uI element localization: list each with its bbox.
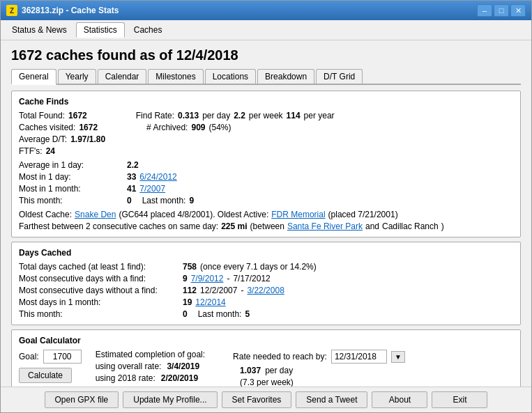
avg-in-day-label: Average in 1 day: xyxy=(19,160,123,170)
per-week-value: 2.2 xyxy=(234,111,245,120)
consec-find-date2: 7/17/2012 xyxy=(233,274,270,283)
subtab-calendar[interactable]: Calendar xyxy=(98,69,147,84)
close-button[interactable]: ✕ xyxy=(510,4,526,17)
oldest-active-name[interactable]: FDR Memorial xyxy=(271,210,325,219)
subtab-yearly[interactable]: Yearly xyxy=(58,69,96,84)
rate-needed-date-input[interactable] xyxy=(331,350,387,364)
completion-label: Estimated completion of goal: xyxy=(96,350,205,359)
days-cached-title: Days Cached xyxy=(19,248,513,258)
cache-finds-title: Cache Finds xyxy=(19,97,513,107)
archived-value: 909 xyxy=(191,123,205,132)
most-days-month-label: Most days in 1 month: xyxy=(19,297,179,307)
rate-needed-label: Rate needed to reach by: xyxy=(233,352,327,361)
subtab-breakdown[interactable]: Breakdown xyxy=(257,69,314,84)
exit-button[interactable]: Exit xyxy=(432,391,487,408)
farthest-park1[interactable]: Santa Fe River Park xyxy=(287,221,363,231)
avg-dt-value: 1.97/1.80 xyxy=(70,134,105,144)
archived-label: # Archived: xyxy=(146,123,188,132)
consec-no-find-value: 112 xyxy=(183,286,197,295)
calculate-button[interactable]: Calculate xyxy=(19,368,72,383)
goal-label: Goal: xyxy=(19,352,39,361)
minimize-button[interactable]: – xyxy=(477,4,492,17)
farthest-close: ) xyxy=(441,221,444,231)
subtab-locations[interactable]: Locations xyxy=(205,69,256,84)
maximize-button[interactable]: □ xyxy=(494,4,509,17)
most-in-month-label: Most in 1 month: xyxy=(19,184,123,194)
days-cached-panel: Days Cached Total days cached (at least … xyxy=(11,242,521,325)
goal-input[interactable] xyxy=(43,350,82,364)
most-in-month-value: 41 xyxy=(127,184,136,194)
find-rate-label: Find Rate: xyxy=(136,111,174,120)
this-month-finds-label: This month: xyxy=(19,196,123,205)
consec-find-dash: - xyxy=(227,274,229,283)
per-year-label: per year xyxy=(304,111,335,120)
archived-pct: (54%) xyxy=(208,123,231,132)
menu-bar: Status & News Statistics Caches xyxy=(1,20,531,40)
content-area: 1672 caches found as of 12/4/2018 Genera… xyxy=(1,40,531,387)
consec-no-find-dash: - xyxy=(241,286,243,295)
this-month-days-label: This month: xyxy=(19,309,179,319)
most-days-month-date[interactable]: 12/2014 xyxy=(195,297,225,307)
overall-rate-label: using overall rate: xyxy=(96,361,162,371)
last-month-days-value: 5 xyxy=(245,309,250,319)
rate-needed-per-day: per day xyxy=(265,366,293,375)
total-found-value: 1672 xyxy=(68,111,87,120)
about-button[interactable]: About xyxy=(372,391,427,408)
consec-no-find-date2[interactable]: 3/22/2008 xyxy=(247,286,284,295)
tab-statistics[interactable]: Statistics xyxy=(76,22,125,38)
most-in-day-value: 33 xyxy=(127,172,136,182)
rate-needed-per-week: (7.3 per week) xyxy=(240,377,405,387)
title-buttons: – □ ✕ xyxy=(477,4,526,17)
consec-find-value: 9 xyxy=(183,274,188,283)
total-days-label: Total days cached (at least 1 find): xyxy=(19,262,179,272)
open-gpx-button[interactable]: Open GPX file xyxy=(45,391,119,408)
last-month-days-label: Last month: xyxy=(198,309,242,319)
subtab-milestones[interactable]: Milestones xyxy=(148,69,203,84)
farthest-between: (between xyxy=(250,221,284,231)
oldest-cache-detail: (GC644 placed 4/8/2001). Oldest Active: xyxy=(119,210,268,219)
consec-no-find-label: Most consecutive days without a find: xyxy=(19,286,179,295)
avg-in-day-value: 2.2 xyxy=(127,160,139,170)
caches-visited-label: Caches visited: xyxy=(19,123,75,132)
set-favorites-button[interactable]: Set Favorites xyxy=(222,391,292,408)
main-window: Z 362813.zip - Cache Stats – □ ✕ Status … xyxy=(0,0,532,413)
total-days-detail: (once every 7.1 days or 14.2%) xyxy=(200,262,317,272)
total-found-label: Total Found: xyxy=(19,111,65,120)
send-tweet-button[interactable]: Send a Tweet xyxy=(296,391,367,408)
cache-finds-panel: Cache Finds Total Found: 1672 Find Rate:… xyxy=(11,91,521,237)
this-month-finds-value: 0 xyxy=(127,196,132,205)
most-in-month-date[interactable]: 7/2007 xyxy=(139,184,165,194)
avg-dt-label: Average D/T: xyxy=(19,134,67,144)
last-month-finds-value: 9 xyxy=(189,196,194,205)
per-year-value: 114 xyxy=(287,111,301,120)
total-days-value: 758 xyxy=(183,262,197,272)
farthest-park2: Cadillac Ranch xyxy=(382,221,439,231)
consec-find-label: Most consecutive days with a find: xyxy=(19,274,179,283)
dropdown-arrow-icon[interactable]: ▼ xyxy=(391,351,405,363)
window-title: 362813.zip - Cache Stats xyxy=(22,6,119,15)
this-month-days-value: 0 xyxy=(183,309,188,319)
subtab-dt-grid[interactable]: D/T Grid xyxy=(316,69,363,84)
most-in-day-date[interactable]: 6/24/2012 xyxy=(139,172,176,182)
tab-caches[interactable]: Caches xyxy=(126,22,170,38)
goal-calculator-panel: Goal Calculator Goal: Calculate Estimate… xyxy=(11,329,521,387)
farthest-value: 225 mi xyxy=(221,221,247,231)
caches-visited-value: 1672 xyxy=(79,123,98,132)
app-icon: Z xyxy=(6,5,17,16)
oldest-cache-name[interactable]: Snake Den xyxy=(75,210,116,219)
subtab-general[interactable]: General xyxy=(11,69,56,85)
most-days-month-value: 19 xyxy=(183,297,192,307)
goal-calculator-title: Goal Calculator xyxy=(19,336,513,345)
ftfs-value: 24 xyxy=(46,146,55,156)
update-profile-button[interactable]: Update My Profile... xyxy=(123,391,217,408)
title-bar-left: Z 362813.zip - Cache Stats xyxy=(6,5,119,16)
most-in-day-label: Most in 1 day: xyxy=(19,172,123,182)
tab-status-news[interactable]: Status & News xyxy=(4,22,75,38)
consec-no-find-date1: 12/2/2007 xyxy=(200,286,237,295)
per-day-label: per day xyxy=(202,111,230,120)
find-rate-per-day-value: 0.313 xyxy=(178,111,199,120)
rate-needed-value: 1.037 xyxy=(240,366,261,375)
sub-tabs: General Yearly Calendar Milestones Locat… xyxy=(11,69,521,85)
consec-find-date1[interactable]: 7/9/2012 xyxy=(191,274,224,283)
oldest-active-detail: (placed 7/21/2001) xyxy=(328,210,398,219)
